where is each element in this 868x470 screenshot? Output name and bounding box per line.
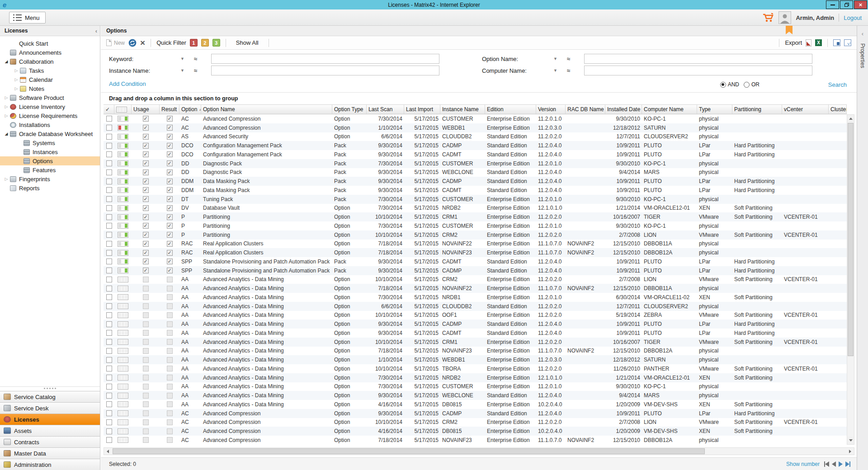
scroll-down-icon[interactable] <box>847 437 854 444</box>
row-checkbox[interactable] <box>106 268 112 273</box>
row-checkbox[interactable] <box>106 232 112 238</box>
table-row[interactable]: DVDatabase VaultOption7/30/20145/17/2015… <box>104 204 847 213</box>
usage-checkbox[interactable] <box>143 312 149 318</box>
quick-filter-3-button[interactable]: 3 <box>212 39 220 47</box>
nav-item-service-catalog[interactable]: Service Catalog <box>0 391 100 402</box>
or-radio[interactable] <box>744 82 750 88</box>
logout-link[interactable]: Logout <box>844 14 862 21</box>
table-row[interactable]: ACAdvanced CompressionOption7/30/20145/1… <box>104 114 847 123</box>
restore-button[interactable] <box>840 0 853 9</box>
close-button[interactable]: × <box>854 0 867 9</box>
result-checkbox[interactable] <box>167 223 173 229</box>
add-condition-link[interactable]: Add Condition <box>109 80 146 87</box>
menu-button[interactable]: Menu <box>9 12 46 24</box>
result-checkbox[interactable] <box>167 393 173 399</box>
usage-checkbox[interactable] <box>143 116 149 122</box>
instance-name-input[interactable] <box>211 66 439 75</box>
scroll-up-icon[interactable] <box>847 115 854 122</box>
sidebar-item-announcements[interactable]: Announcements <box>0 48 100 57</box>
row-checkbox[interactable] <box>106 330 112 336</box>
result-checkbox[interactable] <box>167 321 173 327</box>
approx-operator[interactable]: ≈ <box>194 67 211 74</box>
usage-checkbox[interactable] <box>143 393 149 399</box>
column-header-select[interactable]: ✓ <box>104 105 114 114</box>
result-checkbox[interactable] <box>167 348 173 354</box>
result-checkbox[interactable] <box>167 357 173 363</box>
result-checkbox[interactable] <box>167 134 173 140</box>
table-row[interactable]: DTTuning PackPack7/30/20145/17/2015CUSTO… <box>104 195 847 204</box>
sidebar-item-oracle-database-worksheet[interactable]: ◢Oracle Database Worksheet <box>0 129 100 138</box>
usage-checkbox[interactable] <box>143 366 149 371</box>
table-row[interactable]: DDDiagnostic PackPack7/30/20145/17/2015C… <box>104 159 847 168</box>
sidebar-item-license-inventory[interactable]: ▷License Inventory <box>0 102 100 111</box>
column-header-imp[interactable]: Last Import <box>404 105 440 114</box>
usage-checkbox[interactable] <box>143 241 149 247</box>
chevron-down-icon[interactable]: ▼ <box>553 68 567 73</box>
collapsed-expander-icon[interactable]: ▷ <box>13 86 20 91</box>
row-checkbox[interactable] <box>106 160 112 166</box>
result-checkbox[interactable] <box>167 303 173 309</box>
sidebar-item-instances[interactable]: Instances <box>0 147 100 156</box>
next-page-button[interactable] <box>839 461 843 467</box>
table-row[interactable]: AAAdvanced Analytics - Data MiningOption… <box>104 382 847 391</box>
row-checkbox[interactable] <box>106 428 112 434</box>
table-row[interactable]: AAAdvanced Analytics - Data MiningOption… <box>104 338 847 347</box>
nav-item-licenses[interactable]: Licenses <box>0 414 100 425</box>
usage-checkbox[interactable] <box>143 277 149 282</box>
result-checkbox[interactable] <box>167 410 173 416</box>
and-radio[interactable] <box>720 82 726 88</box>
usage-checkbox[interactable] <box>143 348 149 354</box>
table-row[interactable]: AAAdvanced Analytics - Data MiningOption… <box>104 400 847 409</box>
chevron-down-icon[interactable]: ▼ <box>180 68 194 73</box>
scroll-right-icon[interactable] <box>846 448 854 455</box>
usage-checkbox[interactable] <box>143 303 149 309</box>
usage-checkbox[interactable] <box>143 205 149 211</box>
row-checkbox[interactable] <box>106 437 112 443</box>
clear-filter-icon[interactable]: × <box>140 39 145 47</box>
collapsed-expander-icon[interactable]: ▷ <box>3 113 10 118</box>
table-row[interactable]: AAAdvanced Analytics - Data MiningOption… <box>104 302 847 311</box>
table-row[interactable]: DDDiagnostic PackPack9/30/20145/17/2015W… <box>104 168 847 177</box>
usage-checkbox[interactable] <box>143 330 149 336</box>
table-row[interactable]: ASAdvanced SecurityOption6/6/20145/17/20… <box>104 132 847 141</box>
expanded-expander-icon[interactable]: ◢ <box>3 132 10 136</box>
usage-checkbox[interactable] <box>143 437 149 443</box>
usage-checkbox[interactable] <box>143 375 149 381</box>
minimize-button[interactable] <box>826 0 839 9</box>
sidebar-item-calendar[interactable]: ▷Calendar <box>0 75 100 84</box>
row-checkbox[interactable] <box>106 303 112 309</box>
scroll-left-icon[interactable] <box>104 448 112 455</box>
row-checkbox[interactable] <box>106 125 112 131</box>
result-checkbox[interactable] <box>167 286 173 291</box>
table-row[interactable]: AAAdvanced Analytics - Data MiningOption… <box>104 311 847 320</box>
table-row[interactable]: DDMData Masking PackPack9/30/20145/17/20… <box>104 177 847 186</box>
column-header-ubar[interactable] <box>114 105 132 114</box>
first-page-button[interactable] <box>824 461 829 467</box>
table-row[interactable]: DCOConfiguration Management PackPack9/30… <box>104 141 847 150</box>
properties-expand-icon[interactable]: ‹ <box>857 30 868 37</box>
result-checkbox[interactable] <box>167 250 173 256</box>
table-row[interactable]: AAAdvanced Analytics - Data MiningOption… <box>104 364 847 373</box>
horizontal-scroll-thumb[interactable] <box>113 448 705 454</box>
shopping-cart-icon[interactable] <box>762 13 774 23</box>
table-row[interactable]: DDMData Masking PackPack9/30/20145/17/20… <box>104 186 847 195</box>
sidebar-item-features[interactable]: Features <box>0 165 100 174</box>
previous-page-button[interactable] <box>832 461 836 467</box>
approx-operator[interactable]: ≈ <box>567 67 584 74</box>
column-header-ed[interactable]: Edition <box>485 105 536 114</box>
keyword-input[interactable] <box>211 54 439 64</box>
export-excel-icon[interactable]: X <box>815 39 822 46</box>
sidebar-splitter[interactable] <box>0 386 100 390</box>
row-checkbox[interactable] <box>106 179 112 184</box>
usage-checkbox[interactable] <box>143 258 149 264</box>
result-checkbox[interactable] <box>167 232 173 238</box>
result-checkbox[interactable] <box>167 419 173 425</box>
computer-name-input[interactable] <box>584 66 812 75</box>
nav-item-service-desk[interactable]: Service Desk <box>0 402 100 414</box>
sidebar-item-quick-start[interactable]: Quick Start <box>0 39 100 48</box>
row-checkbox[interactable] <box>106 375 112 381</box>
column-header-ver[interactable]: Version <box>536 105 566 114</box>
usage-checkbox[interactable] <box>143 294 149 300</box>
sidebar-item-license-requirements[interactable]: ▷License Requirements <box>0 111 100 120</box>
row-checkbox[interactable] <box>106 134 112 140</box>
